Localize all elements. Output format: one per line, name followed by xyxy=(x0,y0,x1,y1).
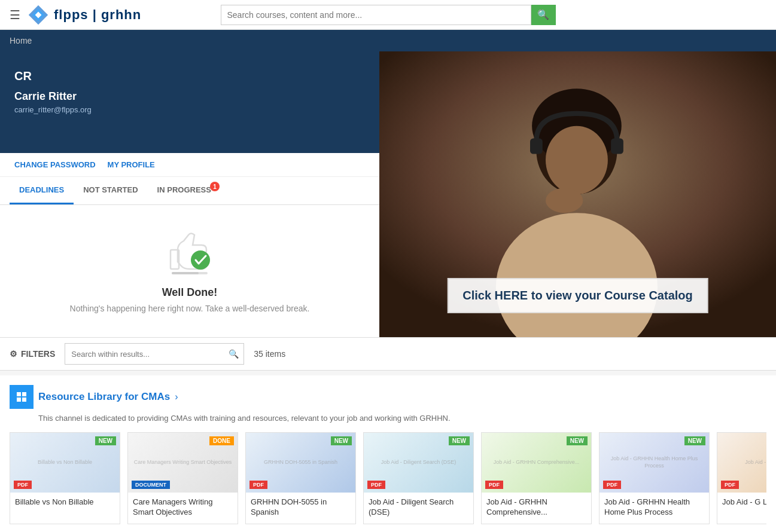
card-status-badge: NEW xyxy=(331,436,352,445)
course-card[interactable]: Care Managers Writing Smart Objectives D… xyxy=(127,432,238,524)
filters-button[interactable]: ⚙ FILTERS xyxy=(10,349,55,359)
resource-section: Resource Library for CMAs › This channel… xyxy=(0,375,776,532)
card-status-badge: NEW xyxy=(567,436,588,445)
svg-rect-10 xyxy=(530,138,543,154)
svg-point-13 xyxy=(546,126,608,194)
search-button[interactable]: 🔍 xyxy=(531,5,556,25)
breadcrumb-home[interactable]: Home xyxy=(10,36,32,45)
svg-point-4 xyxy=(191,250,210,270)
card-info: Billable vs Non Billable xyxy=(10,493,120,513)
card-info: Care Managers Writing Smart Objectives xyxy=(128,493,238,524)
profile-initials: CR xyxy=(14,69,365,83)
logo: flpps | grhhn xyxy=(28,4,141,26)
card-info: Job Aid - GRHHN Comprehensive... xyxy=(482,493,591,524)
change-password-link[interactable]: CHANGE PASSWORD xyxy=(14,160,96,169)
card-type-badge: PDF xyxy=(603,481,621,489)
card-info: GRHHN DOH-5055 in Spanish xyxy=(246,493,355,524)
profile-name: Carrie Ritter xyxy=(14,90,365,103)
card-info: Job Aid - GRHHN Health Home Plus Process xyxy=(600,493,709,524)
filter-search-icon: 🔍 xyxy=(224,349,244,359)
course-card[interactable]: Job Aid - GRHHN Health Home Plus Process… xyxy=(599,432,710,524)
card-type-badge: PDF xyxy=(367,481,385,489)
svg-rect-16 xyxy=(22,392,26,396)
card-info: Job Aid - Diligent Search (DSE) xyxy=(364,493,473,524)
resource-arrow-icon[interactable]: › xyxy=(175,392,178,402)
logo-icon xyxy=(28,4,49,26)
card-type-badge: PDF xyxy=(249,481,267,489)
svg-rect-15 xyxy=(17,392,21,396)
card-title: Job Aid - Diligent Search (DSE) xyxy=(369,497,468,518)
card-title: GRHHN DOH-5055 in Spanish xyxy=(251,497,351,518)
card-title: Care Managers Writing Smart Objectives xyxy=(133,497,233,518)
well-done-icon xyxy=(160,229,220,277)
card-type-badge: PDF xyxy=(14,481,32,489)
menu-icon[interactable]: ☰ xyxy=(10,8,20,22)
card-thumbnail: Job Aid - GRHHN Health Home Plus Process… xyxy=(600,433,709,493)
card-info: Job Aid - G Learning P xyxy=(717,493,766,513)
profile-email: carrie_ritter@flpps.org xyxy=(14,105,365,114)
profile-card: CR Carrie Ritter carrie_ritter@flpps.org xyxy=(0,51,379,153)
hero-cta-text: Click HERE to view your Course Catalog xyxy=(462,289,693,302)
card-thumbnail: Care Managers Writing Smart Objectives D… xyxy=(128,433,238,493)
resource-icon-svg xyxy=(15,390,28,403)
tabs-bar: DEADLINES NOT STARTED IN PROGRESS 1 xyxy=(0,177,379,205)
tab-in-progress[interactable]: IN PROGRESS 1 xyxy=(148,177,221,204)
profile-actions: CHANGE PASSWORD MY PROFILE xyxy=(0,153,379,177)
left-panel: CR Carrie Ritter carrie_ritter@flpps.org… xyxy=(0,51,379,337)
course-card[interactable]: Job Aid - Diligent Search (DSE) NEW PDF … xyxy=(363,432,474,524)
svg-rect-18 xyxy=(22,398,26,402)
card-thumbnail: GRHHN DOH-5055 in Spanish NEW PDF xyxy=(246,433,355,493)
resource-description: This channel is dedicated to providing C… xyxy=(38,414,766,423)
hero-cta[interactable]: Click HERE to view your Course Catalog xyxy=(447,278,708,313)
card-title: Job Aid - GRHHN Comprehensive... xyxy=(486,497,586,518)
resource-header: Resource Library for CMAs › xyxy=(10,385,766,409)
card-type-badge: DOCUMENT xyxy=(132,481,170,489)
course-card[interactable]: Job Aid - G Learning P NEW PDF Job Aid -… xyxy=(717,432,766,524)
card-status-badge: DONE xyxy=(209,436,234,445)
hero-panel: Click HERE to view your Course Catalog xyxy=(379,51,776,337)
course-card[interactable]: Job Aid - GRHHN Comprehensive... NEW PDF… xyxy=(481,432,592,524)
card-title: Billable vs Non Billable xyxy=(15,497,115,507)
search-input[interactable] xyxy=(221,5,531,25)
course-card[interactable]: Billable vs Non Billable NEW PDF Billabl… xyxy=(10,432,120,524)
cards-row: Billable vs Non Billable NEW PDF Billabl… xyxy=(10,432,766,532)
header-search: 🔍 xyxy=(221,5,556,25)
card-thumbnail: Billable vs Non Billable NEW PDF xyxy=(10,433,120,493)
svg-point-14 xyxy=(546,188,583,213)
well-done-panel: Well Done! Nothing's happening here righ… xyxy=(0,205,379,337)
card-type-badge: PDF xyxy=(485,481,503,489)
logo-text: flpps | grhhn xyxy=(54,7,141,23)
items-count: 35 items xyxy=(254,349,285,359)
card-thumbnail: Job Aid - Diligent Search (DSE) NEW PDF xyxy=(364,433,473,493)
card-status-badge: NEW xyxy=(95,436,116,445)
card-thumbnail: Job Aid - GRHHN Comprehensive... NEW PDF xyxy=(482,433,591,493)
card-thumbnail: Job Aid - G Learning P NEW PDF xyxy=(717,433,766,493)
card-status-badge: NEW xyxy=(684,436,705,445)
resource-library-title[interactable]: Resource Library for CMAs xyxy=(38,391,170,403)
tab-deadlines[interactable]: DEADLINES xyxy=(10,177,74,204)
search-icon: 🔍 xyxy=(537,9,549,20)
svg-rect-11 xyxy=(611,138,623,154)
course-card[interactable]: GRHHN DOH-5055 in Spanish NEW PDF GRHHN … xyxy=(245,432,356,524)
well-done-title: Well Done! xyxy=(162,286,218,299)
header: ☰ flpps | grhhn 🔍 xyxy=(0,0,776,30)
card-type-badge: PDF xyxy=(721,481,739,489)
in-progress-badge: 1 xyxy=(210,182,220,191)
tab-not-started[interactable]: NOT STARTED xyxy=(74,177,147,204)
svg-rect-17 xyxy=(17,398,21,402)
card-status-badge: NEW xyxy=(449,436,470,445)
main-layout: CR Carrie Ritter carrie_ritter@flpps.org… xyxy=(0,51,776,337)
filter-bar: ⚙ FILTERS 🔍 35 items xyxy=(0,337,776,371)
filter-search-input[interactable] xyxy=(65,344,224,364)
filter-icon: ⚙ xyxy=(10,349,17,359)
my-profile-link[interactable]: MY PROFILE xyxy=(108,160,155,169)
breadcrumb-bar: Home xyxy=(0,30,776,51)
resource-library-icon xyxy=(10,385,34,409)
card-title: Job Aid - G Learning P xyxy=(722,497,766,507)
well-done-subtitle: Nothing's happening here right now. Take… xyxy=(70,304,310,313)
card-title: Job Aid - GRHHN Health Home Plus Process xyxy=(604,497,704,518)
svg-rect-6 xyxy=(172,272,199,274)
filters-label: FILTERS xyxy=(21,349,55,359)
filter-search-wrapper: 🔍 xyxy=(65,343,244,365)
